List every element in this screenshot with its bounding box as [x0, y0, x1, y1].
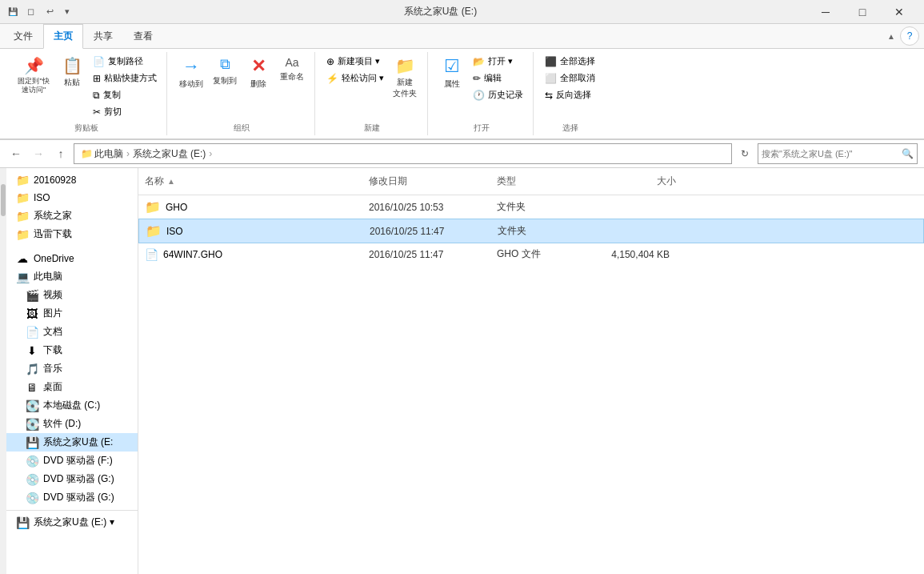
- select-all-btn[interactable]: ⬛ 全部选择: [542, 54, 598, 69]
- sidebar: 📁 20160928 📁 ISO 📁 系统之家 📁 迅雷下载 ☁ OneDriv…: [6, 168, 138, 574]
- sidebar-item-soft-d[interactable]: 💽 软件 (D:): [6, 415, 138, 433]
- tab-view[interactable]: 查看: [123, 24, 163, 49]
- forward-btn[interactable]: →: [29, 144, 48, 163]
- rename-btn[interactable]: Aa 重命名: [276, 54, 308, 85]
- title-bar-quick-icons[interactable]: 💾 ◻ ↩ ▾: [6, 2, 74, 22]
- copy-to-btn[interactable]: ⧉ 复制到: [209, 54, 241, 89]
- sidebar-item-thunder[interactable]: 📁 迅雷下载: [6, 225, 138, 243]
- cut-icon: ✂: [93, 106, 101, 118]
- address-bar[interactable]: 📁 此电脑 › 系统之家U盘 (E:) ›: [74, 143, 732, 164]
- back-btn[interactable]: ←: [6, 144, 26, 163]
- edit-btn[interactable]: ✏ 编辑: [470, 70, 526, 86]
- move-to-btn[interactable]: → 移动到: [175, 54, 207, 92]
- file-date-win7: 2016/10/25 11:47: [362, 247, 490, 263]
- select-label: 选择: [562, 122, 578, 134]
- sidebar-item-onedrive[interactable]: ☁ OneDrive: [6, 250, 138, 267]
- ribbon-collapse-btn[interactable]: ▲: [884, 29, 898, 44]
- history-btn[interactable]: 🕐 历史记录: [470, 87, 526, 102]
- search-input[interactable]: [762, 149, 898, 159]
- quick-menu-btn[interactable]: ▾: [61, 2, 74, 22]
- onedrive-icon: ☁: [16, 252, 29, 265]
- open-file-btn[interactable]: 📂 打开 ▾: [470, 54, 526, 69]
- close-btn[interactable]: ✕: [881, 0, 918, 24]
- window-controls[interactable]: ─ □ ✕: [807, 0, 918, 24]
- cut-btn[interactable]: ✂ 剪切: [90, 104, 160, 119]
- folder-icon-gho: 📁: [145, 199, 161, 215]
- address-bar-row: ← → ↑ 📁 此电脑 › 系统之家U盘 (E:) › ↻ 🔍: [0, 140, 924, 168]
- sidebar-item-dvd-f[interactable]: 💿 DVD 驱动器 (F:): [6, 452, 138, 470]
- col-name[interactable]: 名称 ▲: [138, 171, 362, 191]
- file-row-gho[interactable]: 📁 GHO 2016/10/25 10:53 文件夹: [138, 195, 924, 219]
- dvd-f-icon: 💿: [26, 455, 38, 468]
- tab-home[interactable]: 主页: [43, 24, 83, 49]
- sidebar-item-thispc[interactable]: 💻 此电脑: [6, 267, 138, 286]
- search-box[interactable]: 🔍: [758, 143, 918, 164]
- rename-icon: Aa: [285, 56, 298, 70]
- ribbon-group-select: ⬛ 全部选择 ⬜ 全部取消 ⇆ 反向选择 选择: [535, 52, 605, 135]
- folder-icon: 📁: [16, 174, 29, 187]
- sidebar-item-iso[interactable]: 📁 ISO: [6, 189, 138, 207]
- ribbon-group-open: ☑ 属性 📂 打开 ▾ ✏ 编辑 🕐 历史记录: [430, 52, 534, 135]
- sidebar-item-network[interactable]: 💾 系统之家U盘 (E:) ▾: [6, 510, 138, 532]
- pin-to-quick-access-btn[interactable]: 📌 固定到"快速访问": [13, 54, 54, 97]
- paste-shortcut-btn[interactable]: ⊞ 粘贴快捷方式: [90, 70, 160, 86]
- properties-icon: ☑: [444, 56, 460, 77]
- dvd-g1-icon: 💿: [26, 473, 38, 486]
- file-name-iso: 📁 ISO: [139, 221, 363, 241]
- new-item-btn[interactable]: ⊕ 新建项目 ▾: [323, 54, 387, 69]
- clipboard-items: 📌 固定到"快速访问" 📋 粘贴 📄 复制路径 ⊞ 粘贴快捷方式: [13, 54, 160, 119]
- sidebar-item-pictures[interactable]: 🖼 图片: [6, 304, 138, 323]
- file-row-win7[interactable]: 📄 64WIN7.GHO 2016/10/25 11:47 GHO 文件 4,1…: [138, 243, 924, 265]
- easy-access-btn[interactable]: ⚡ 轻松访问 ▾: [323, 70, 387, 86]
- up-btn[interactable]: ↑: [51, 144, 70, 163]
- file-row-iso[interactable]: 📁 ISO 2016/10/25 11:47 文件夹: [138, 219, 924, 243]
- file-size-win7: 4,150,404 KB: [586, 247, 682, 263]
- tab-file[interactable]: 文件: [3, 24, 43, 49]
- desktop-icon: 🖥: [26, 381, 38, 394]
- delete-btn[interactable]: ✕ 删除: [242, 54, 274, 92]
- sidebar-item-downloads[interactable]: ⬇ 下载: [6, 341, 138, 359]
- sidebar-item-20160928[interactable]: 📁 20160928: [6, 171, 138, 189]
- ribbon-group-new: ⊕ 新建项目 ▾ ⚡ 轻松访问 ▾ 📁 新建文件夹 新建: [317, 52, 428, 135]
- copy-path-btn[interactable]: 📄 复制路径: [90, 54, 160, 69]
- sidebar-item-video[interactable]: 🎬 视频: [6, 286, 138, 304]
- col-type[interactable]: 类型: [490, 171, 586, 191]
- help-btn[interactable]: ?: [900, 26, 919, 46]
- sidebar-item-music[interactable]: 🎵 音乐: [6, 359, 138, 378]
- deselect-all-btn[interactable]: ⬜ 全部取消: [542, 70, 598, 86]
- minimize-btn[interactable]: ─: [807, 0, 844, 24]
- sidebar-item-syzj[interactable]: 📁 系统之家: [6, 207, 138, 225]
- quick-access-btn[interactable]: ◻: [22, 2, 38, 22]
- col-date[interactable]: 修改日期: [362, 171, 490, 191]
- breadcrumb: 📁 此电脑 › 系统之家U盘 (E:) ›: [81, 147, 214, 161]
- maximize-btn[interactable]: □: [844, 0, 881, 24]
- invert-selection-btn[interactable]: ⇆ 反向选择: [542, 87, 598, 102]
- sidebar-scroll-track[interactable]: [0, 168, 6, 574]
- pictures-icon: 🖼: [26, 307, 38, 320]
- sidebar-item-local-c[interactable]: 💽 本地磁盘 (C:): [6, 396, 138, 415]
- select-items: ⬛ 全部选择 ⬜ 全部取消 ⇆ 反向选择: [542, 54, 598, 119]
- col-size[interactable]: 大小: [586, 171, 682, 191]
- search-icon: 🔍: [902, 148, 914, 159]
- sidebar-item-desktop[interactable]: 🖥 桌面: [6, 378, 138, 396]
- paste-btn[interactable]: 📋 粘贴: [56, 54, 88, 90]
- sidebar-item-dvd-g1[interactable]: 💿 DVD 驱动器 (G:): [6, 470, 138, 488]
- new-secondary: ⊕ 新建项目 ▾ ⚡ 轻松访问 ▾: [323, 54, 387, 86]
- tab-share[interactable]: 共享: [83, 24, 123, 49]
- sidebar-item-documents[interactable]: 📄 文档: [6, 323, 138, 341]
- new-label: 新建: [364, 122, 380, 134]
- new-folder-btn[interactable]: 📁 新建文件夹: [389, 54, 421, 102]
- copy-btn[interactable]: ⧉ 复制: [90, 87, 160, 102]
- sidebar-item-dvd-g2[interactable]: 💿 DVD 驱动器 (G:): [6, 488, 138, 507]
- undo-btn[interactable]: ↩: [42, 2, 58, 22]
- properties-btn[interactable]: ☑ 属性: [436, 54, 468, 92]
- new-item-icon: ⊕: [326, 56, 334, 67]
- usb-e-icon: 💾: [26, 436, 38, 449]
- main-area: 📁 20160928 📁 ISO 📁 系统之家 📁 迅雷下载 ☁ OneDriv…: [0, 168, 924, 574]
- folder-icon: 📁: [16, 228, 29, 241]
- refresh-btn[interactable]: ↻: [735, 144, 754, 163]
- sidebar-item-syzj-e[interactable]: 💾 系统之家U盘 (E:: [6, 433, 138, 452]
- open-label: 打开: [474, 122, 490, 134]
- file-name-gho: 📁 GHO: [138, 197, 362, 217]
- disk-d-icon: 💽: [26, 418, 38, 431]
